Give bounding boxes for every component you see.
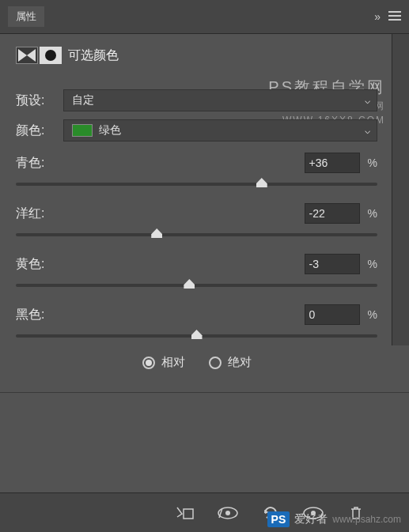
clip-to-layer-icon[interactable] (172, 504, 199, 523)
panel-tab[interactable]: 属性 (8, 6, 44, 27)
separator (0, 392, 409, 393)
mask-icon[interactable] (40, 47, 62, 64)
yellow-slider[interactable] (16, 284, 377, 287)
radio-icon (142, 357, 155, 369)
preset-select[interactable]: 自定 ⌵ (63, 89, 377, 111)
collapse-icon[interactable]: » (374, 10, 381, 23)
chevron-down-icon: ⌵ (365, 125, 370, 136)
view-previous-icon[interactable] (214, 504, 241, 523)
cyan-input[interactable] (305, 153, 360, 173)
black-slider[interactable] (16, 334, 377, 338)
yellow-label: 黄色: (16, 256, 44, 273)
percent-label: % (368, 308, 377, 321)
magenta-label: 洋红: (16, 206, 44, 222)
svg-point-2 (225, 511, 230, 515)
radio-icon (209, 357, 222, 369)
slider-thumb[interactable] (256, 178, 267, 187)
percent-label: % (368, 258, 377, 270)
selective-color-icon[interactable] (16, 47, 38, 64)
cyan-slider[interactable] (16, 183, 377, 186)
slider-thumb[interactable] (191, 330, 203, 339)
panel-titlebar: 属性 » (0, 0, 409, 34)
black-label: 黑色: (16, 307, 44, 323)
right-rail (392, 34, 409, 345)
bottom-watermark: PS爱好者 www.psahz.com (267, 511, 401, 527)
slider-thumb[interactable] (151, 228, 162, 238)
slider-thumb[interactable] (184, 279, 195, 289)
black-input[interactable] (305, 304, 360, 325)
color-label: 颜色: (16, 123, 63, 139)
color-swatch (72, 124, 93, 137)
magenta-slider[interactable] (16, 233, 377, 236)
menu-icon[interactable] (388, 10, 401, 23)
preset-label: 预设: (16, 92, 63, 109)
relative-radio[interactable]: 相对 (142, 355, 185, 370)
percent-label: % (368, 207, 377, 220)
chevron-down-icon: ⌵ (365, 95, 370, 106)
percent-label: % (368, 157, 377, 169)
magenta-input[interactable] (305, 203, 360, 224)
yellow-input[interactable] (305, 254, 360, 274)
adjustment-name: 可选颜色 (68, 47, 119, 64)
color-select[interactable]: 绿色 ⌵ (63, 119, 377, 141)
absolute-radio[interactable]: 绝对 (209, 355, 252, 370)
cyan-label: 青色: (16, 155, 44, 172)
svg-rect-0 (184, 509, 193, 519)
